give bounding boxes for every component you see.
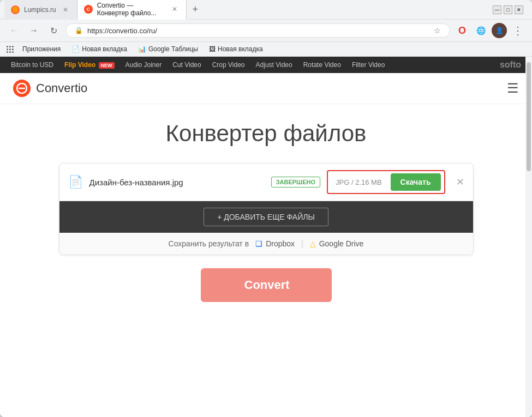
flip-video-new-badge: NEW — [99, 62, 115, 69]
save-to-bar: Сохранить результат в ❑ Dropbox | △ Goog… — [59, 233, 473, 255]
bookmark-star-icon[interactable]: ☆ — [434, 26, 441, 35]
scrollbar[interactable] — [525, 57, 532, 417]
add-files-bar: + ДОБАВИТЬ ЕЩЕ ФАЙЛЫ — [59, 201, 473, 233]
new-tab-button[interactable]: + — [187, 0, 204, 20]
address-text: https://convertio.co/ru/ — [87, 27, 429, 35]
download-button[interactable]: Скачать — [391, 173, 441, 191]
ad-filter-video[interactable]: Filter Video — [352, 61, 385, 69]
bookmark-apps[interactable]: Приложения — [18, 44, 65, 54]
address-bar: ← → ↻ 🔒 https://convertio.co/ru/ ☆ O 🌐 👤… — [0, 20, 532, 42]
ad-bar: Bitcoin to USD Flip Video NEW Audio Join… — [0, 57, 532, 73]
add-files-button[interactable]: + ДОБАВИТЬ ЕЩЕ ФАЙЛЫ — [204, 208, 328, 226]
bookmark-new-tab-1-label: Новая вкладка — [82, 45, 127, 53]
tab-convertio-title: Convertio — Конвертер файло... — [97, 2, 165, 17]
conversion-box: 📄 Дизайн-без-названия.jpg ЗАВЕРШЕНО JPG … — [59, 163, 474, 255]
address-input[interactable]: 🔒 https://convertio.co/ru/ ☆ — [65, 23, 450, 38]
site-header: Convertio ☰ — [0, 73, 532, 104]
convert-button[interactable]: Convert — [201, 268, 332, 302]
dropbox-link[interactable]: ❑ Dropbox — [255, 239, 295, 248]
bookmark-sheets-label: Google Таблицы — [148, 45, 198, 53]
file-icon: 📄 — [68, 175, 83, 189]
bookmark-new-tab-2-label: Новая вкладка — [218, 45, 263, 53]
logo-icon — [13, 80, 31, 97]
softo-brand: softo — [500, 60, 521, 70]
scrollbar-thumb[interactable] — [527, 62, 531, 171]
save-to-label: Сохранить результат в — [169, 239, 249, 248]
file-format-info: JPG / 2.16 MB — [331, 178, 386, 186]
ad-audio-joiner[interactable]: Audio Joiner — [125, 61, 162, 69]
remove-file-button[interactable]: ✕ — [456, 176, 464, 188]
page-title: Конвертер файлов — [166, 120, 367, 147]
ad-bitcoin[interactable]: Bitcoin to USD — [11, 61, 53, 69]
bookmark-new-tab-2[interactable]: 🖼 Новая вкладка — [205, 44, 267, 54]
reload-button[interactable]: ↻ — [46, 23, 61, 38]
browser-window: 🟠 Lumpics.ru ✕ C Convertio — Конвертер ф… — [0, 0, 532, 417]
ad-rotate-video[interactable]: Rotate Video — [303, 61, 341, 69]
tab-convertio[interactable]: C Convertio — Конвертер файло... ✕ — [77, 0, 187, 20]
hamburger-menu-icon[interactable]: ☰ — [507, 81, 519, 96]
close-button[interactable]: ✕ — [515, 5, 523, 14]
apps-grid-icon — [7, 46, 14, 53]
ad-crop-video[interactable]: Crop Video — [212, 61, 245, 69]
bookmark-sheets-icon: 📊 — [138, 45, 146, 53]
bookmark-new-tab-1-icon: 📄 — [71, 45, 80, 53]
bookmark-new-tab-2-icon: 🖼 — [209, 45, 216, 53]
menu-dots-icon[interactable]: ⋮ — [510, 23, 525, 38]
bookmark-new-tab-1[interactable]: 📄 Новая вкладка — [67, 44, 131, 54]
tabs-bar: 🟠 Lumpics.ru ✕ C Convertio — Конвертер ф… — [4, 0, 491, 20]
ad-adjust-video[interactable]: Adjust Video — [256, 61, 292, 69]
tab-lumpics-title: Lumpics.ru — [24, 6, 56, 14]
file-row: 📄 Дизайн-без-названия.jpg ЗАВЕРШЕНО JPG … — [59, 164, 473, 201]
logo: Convertio — [13, 80, 87, 97]
main-content: Конвертер файлов 📄 Дизайн-без-названия.j… — [0, 104, 532, 318]
profile-avatar[interactable]: 👤 — [492, 23, 507, 38]
globe-icon[interactable]: 🌐 — [473, 23, 488, 38]
lock-icon: 🔒 — [75, 27, 83, 34]
google-drive-label: Google Drive — [319, 239, 364, 248]
title-bar: 🟠 Lumpics.ru ✕ C Convertio — Конвертер ф… — [0, 0, 532, 20]
back-button[interactable]: ← — [7, 23, 22, 38]
page-content: Bitcoin to USD Flip Video NEW Audio Join… — [0, 57, 532, 417]
google-drive-icon: △ — [310, 239, 316, 248]
window-controls: — □ ✕ — [493, 5, 523, 14]
dropbox-label: Dropbox — [266, 239, 295, 248]
file-name: Дизайн-без-названия.jpg — [89, 178, 265, 187]
ad-flip-video[interactable]: Flip Video NEW — [64, 61, 114, 69]
ad-cut-video[interactable]: Cut Video — [172, 61, 201, 69]
separator: | — [301, 239, 303, 248]
bookmarks-bar: Приложения 📄 Новая вкладка 📊 Google Табл… — [0, 42, 532, 57]
tab-lumpics[interactable]: 🟠 Lumpics.ru ✕ — [4, 0, 77, 20]
download-highlight-box: JPG / 2.16 MB Скачать — [327, 170, 445, 194]
tab-lumpics-close[interactable]: ✕ — [61, 5, 70, 15]
maximize-button[interactable]: □ — [504, 5, 512, 14]
tab-convertio-close[interactable]: ✕ — [170, 4, 180, 14]
bookmark-google-sheets[interactable]: 📊 Google Таблицы — [134, 44, 202, 54]
convertio-favicon: C — [84, 5, 93, 14]
browser-actions: O 🌐 👤 ⋮ — [455, 23, 525, 38]
bookmark-apps-label: Приложения — [22, 45, 61, 53]
dropbox-icon: ❑ — [255, 239, 262, 248]
opera-icon: O — [455, 23, 470, 38]
lumpics-favicon: 🟠 — [11, 5, 20, 14]
minimize-button[interactable]: — — [493, 5, 501, 14]
forward-button[interactable]: → — [26, 23, 41, 38]
logo-text: Convertio — [36, 81, 87, 95]
status-badge: ЗАВЕРШЕНО — [271, 177, 320, 188]
google-drive-link[interactable]: △ Google Drive — [310, 239, 364, 248]
convert-button-wrapper: Convert — [201, 268, 332, 302]
